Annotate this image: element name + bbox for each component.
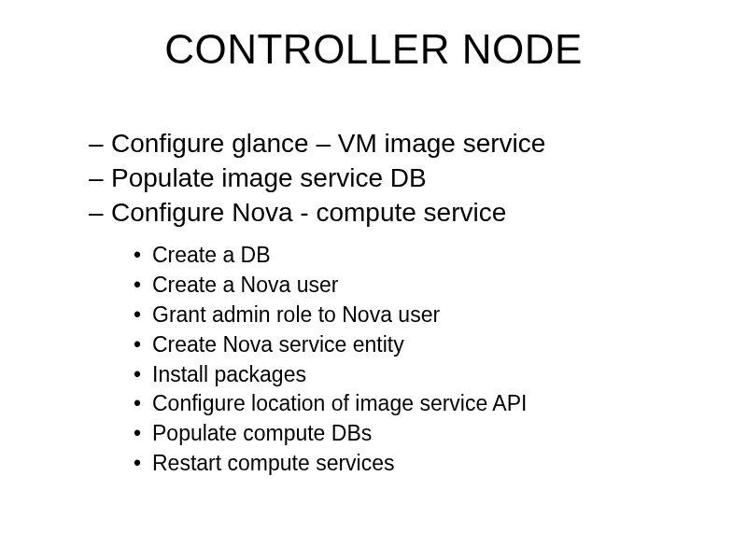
list-item-text: Grant admin role to Nova user <box>152 301 440 329</box>
list-item: • Grant admin role to Nova user <box>134 301 691 329</box>
list-item-text: Populate compute DBs <box>152 420 372 448</box>
dash-icon: – <box>89 161 111 194</box>
slide: CONTROLLER NODE – Configure glance – VM … <box>0 0 747 560</box>
list-item: • Populate compute DBs <box>134 420 691 448</box>
bullet-icon: • <box>134 272 152 300</box>
list-item-text: Configure location of image service API <box>152 390 527 418</box>
list-item-text: Configure Nova - compute service <box>111 196 506 229</box>
list-item-text: Restart compute services <box>152 450 394 478</box>
dash-icon: – <box>89 196 111 229</box>
list-item: • Create a DB <box>134 242 691 270</box>
list-item: • Restart compute services <box>134 450 691 478</box>
list-item-text: Populate image service DB <box>111 161 427 194</box>
list-item: – Configure glance – VM image service <box>89 127 691 160</box>
slide-content: – Configure glance – VM image service – … <box>89 127 691 480</box>
list-item-text: Create a Nova user <box>152 272 338 300</box>
bullet-icon: • <box>134 331 152 359</box>
bullet-icon: • <box>134 301 152 329</box>
bullet-icon: • <box>134 450 152 478</box>
sub-list: • Create a DB • Create a Nova user • Gra… <box>134 242 691 478</box>
list-item: • Create Nova service entity <box>134 331 691 359</box>
bullet-icon: • <box>134 242 152 270</box>
dash-icon: – <box>89 127 111 160</box>
bullet-icon: • <box>134 390 152 418</box>
list-item-text: Install packages <box>152 361 306 389</box>
slide-title: CONTROLLER NODE <box>0 26 747 73</box>
list-item: • Configure location of image service AP… <box>134 390 691 418</box>
bullet-icon: • <box>134 420 152 448</box>
list-item-text: Create a DB <box>152 242 271 270</box>
bullet-icon: • <box>134 361 152 389</box>
list-item: – Configure Nova - compute service <box>89 196 691 229</box>
list-item: • Create a Nova user <box>134 272 691 300</box>
list-item-text: Create Nova service entity <box>152 331 404 359</box>
list-item: • Install packages <box>134 361 691 389</box>
list-item-text: Configure glance – VM image service <box>111 127 545 160</box>
list-item: – Populate image service DB <box>89 161 691 194</box>
